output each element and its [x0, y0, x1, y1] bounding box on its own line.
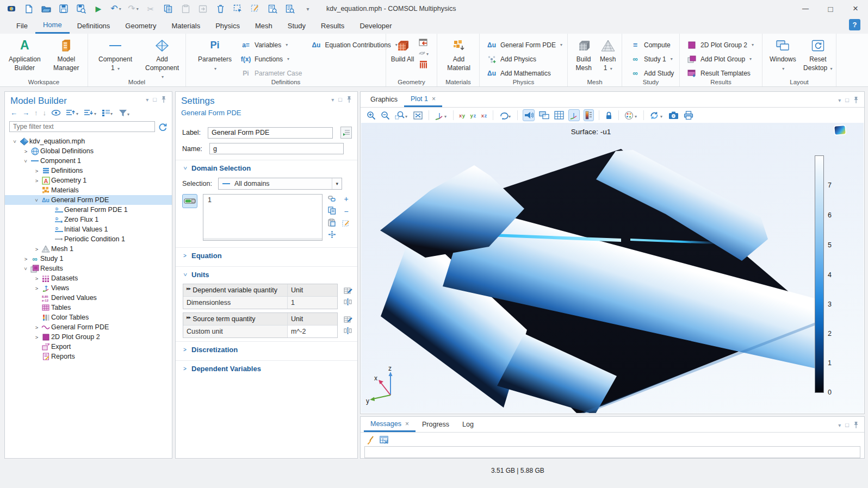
tree-item-initial-values-1[interactable]: DInitial Values 1	[5, 224, 172, 234]
pin-panel-icon[interactable]	[853, 421, 859, 429]
customize-toolbar-chevron-icon[interactable]: ▾	[302, 4, 312, 14]
run-button[interactable]: ▶	[94, 4, 103, 14]
float-panel-icon[interactable]: □	[845, 422, 849, 428]
add-to-selection-icon[interactable]: +	[342, 195, 350, 203]
grid-icon[interactable]	[554, 109, 565, 121]
move-up-icon[interactable]: ↑	[34, 109, 38, 117]
tree-item-tables[interactable]: Tables	[5, 303, 172, 312]
tree-item-export[interactable]: Export	[5, 342, 172, 352]
menu-file[interactable]: File	[9, 17, 35, 34]
new-file-button[interactable]	[24, 4, 34, 14]
import-geometry-icon[interactable]	[418, 39, 429, 46]
expander-icon[interactable]: >	[34, 197, 40, 204]
section-domain-selection[interactable]: > Domain Selection	[176, 160, 357, 176]
menu-geometry[interactable]: Geometry	[117, 17, 164, 34]
menu-materials[interactable]: Materials	[164, 17, 208, 34]
zoom-in-icon[interactable]	[366, 109, 376, 121]
tree-item-2d-plot-group-2[interactable]: >2D Plot Group 2	[5, 332, 172, 342]
show-color-legend-icon[interactable]	[584, 109, 594, 121]
section-units[interactable]: > Units	[176, 266, 357, 282]
expander-icon[interactable]: >	[33, 178, 40, 184]
tree-item-general-form-pde[interactable]: >ΔuGeneral Form PDE	[5, 195, 172, 205]
float-panel-icon[interactable]: □	[338, 96, 342, 103]
edit-table-icon[interactable]	[344, 315, 352, 323]
section-equation[interactable]: > Equation	[176, 247, 357, 263]
change-unit-icon[interactable]	[344, 327, 352, 335]
scene-light-icon[interactable]	[523, 109, 535, 121]
move-down-icon[interactable]: ↓	[43, 109, 47, 117]
expander-icon[interactable]: >	[33, 334, 40, 340]
parameters-button[interactable]: Pi Parameters▾	[198, 36, 232, 72]
add-material-button[interactable]: Add Material	[442, 36, 476, 72]
paste-button[interactable]	[181, 4, 190, 14]
tree-item-general-form-pde-results[interactable]: >General Form PDE	[5, 322, 172, 332]
filter-icon[interactable]: ▾	[119, 109, 131, 117]
back-icon[interactable]: ←	[10, 109, 17, 117]
copy-button[interactable]	[163, 4, 173, 14]
expander-icon[interactable]: >	[33, 168, 40, 174]
expander-icon[interactable]: >	[33, 285, 40, 291]
variables-button[interactable]: a=Variables▾	[240, 39, 302, 51]
tree-item-global-definitions[interactable]: >Global Definitions	[5, 146, 172, 156]
transparency-icon[interactable]	[538, 109, 550, 121]
clear-messages-icon[interactable]	[366, 436, 374, 445]
paste-selection-icon[interactable]	[328, 218, 337, 227]
color-theme-icon[interactable]: ▾	[624, 109, 638, 121]
source-quantity-cell[interactable]: Custom unit	[183, 326, 288, 337]
help-button[interactable]: ?	[849, 19, 860, 30]
functions-button[interactable]: f(x)Functions▾	[240, 53, 302, 65]
active-toggle-button[interactable]	[182, 194, 197, 208]
tab-plot-1[interactable]: Plot 1×	[404, 92, 442, 107]
float-panel-icon[interactable]: □	[153, 96, 157, 103]
panel-menu-icon[interactable]: ▾	[146, 97, 148, 103]
tree-item-datasets[interactable]: >Datasets	[5, 273, 172, 283]
add-physics-button[interactable]: Add Physics	[486, 53, 564, 65]
zoom-box-icon[interactable]: ▾	[394, 109, 408, 121]
reset-desktop-button[interactable]: Reset Desktop ▾	[803, 36, 833, 72]
tree-item-color-tables[interactable]: Color Tables	[5, 312, 172, 322]
remove-from-selection-icon[interactable]: −	[342, 208, 350, 215]
tree-item-component-1[interactable]: >Component 1	[5, 156, 172, 166]
expander-icon[interactable]: >	[22, 256, 29, 262]
lock-view-icon[interactable]	[604, 109, 613, 121]
save-button[interactable]	[59, 4, 69, 14]
refresh-filter-icon[interactable]	[158, 122, 168, 131]
zoom-extents-icon[interactable]	[412, 109, 424, 121]
menu-definitions[interactable]: Definitions	[70, 17, 118, 34]
tree-item-materials[interactable]: Materials	[5, 185, 172, 195]
compute-button[interactable]: =Compute	[630, 39, 676, 51]
domain-selection-list[interactable]: 1	[203, 194, 323, 241]
mesh-1-button[interactable]: Mesh 1 ▾	[597, 36, 618, 72]
panel-menu-icon[interactable]: ▾	[838, 422, 841, 428]
clear-selection-icon[interactable]	[342, 220, 350, 228]
tab-messages[interactable]: Messages×	[364, 417, 416, 432]
save-as-button[interactable]	[76, 4, 86, 14]
tree-item-derived-values[interactable]: 8.85e-12Derived Values	[5, 293, 172, 303]
tree-item-general-form-pde-1[interactable]: DGeneral Form PDE 1	[5, 205, 172, 215]
tree-item-definitions[interactable]: >Definitions	[5, 166, 172, 176]
tree-item-zero-flux-1[interactable]: DZero Flux 1	[5, 215, 172, 224]
tree-item-mesh-1[interactable]: >Mesh 1	[5, 244, 172, 254]
update-geometry-icon[interactable]: ▾	[418, 50, 429, 57]
dependent-unit-cell[interactable]: 1	[288, 297, 337, 309]
rename-button[interactable]	[340, 127, 352, 139]
collapse-all-icon[interactable]: ▾	[66, 109, 79, 116]
print-icon[interactable]	[683, 109, 694, 121]
show-axis-orientation-icon[interactable]	[568, 109, 580, 121]
menu-home[interactable]: Home	[35, 17, 70, 34]
menu-physics[interactable]: Physics	[208, 17, 247, 34]
expander-icon[interactable]: >	[23, 158, 29, 165]
tree-item-geometry-1[interactable]: >AGeometry 1	[5, 176, 172, 185]
tree-filter-input[interactable]	[9, 121, 155, 132]
close-button[interactable]: ×	[843, 0, 868, 17]
edit-table-icon[interactable]	[344, 286, 352, 295]
tree-item-reports[interactable]: Reports	[5, 352, 172, 361]
source-unit-cell[interactable]: m^-2	[288, 326, 337, 337]
go-to-default-view-icon[interactable]: ▾	[434, 109, 448, 121]
build-mesh-button[interactable]: Build Mesh	[572, 36, 595, 72]
copy-selection-icon[interactable]	[328, 207, 337, 215]
section-discretization[interactable]: > Discretization	[176, 341, 357, 357]
forward-icon[interactable]: →	[22, 109, 29, 117]
rotate-view-icon[interactable]: ▾	[498, 109, 512, 121]
update-plot-icon[interactable]: ▾	[649, 109, 664, 121]
